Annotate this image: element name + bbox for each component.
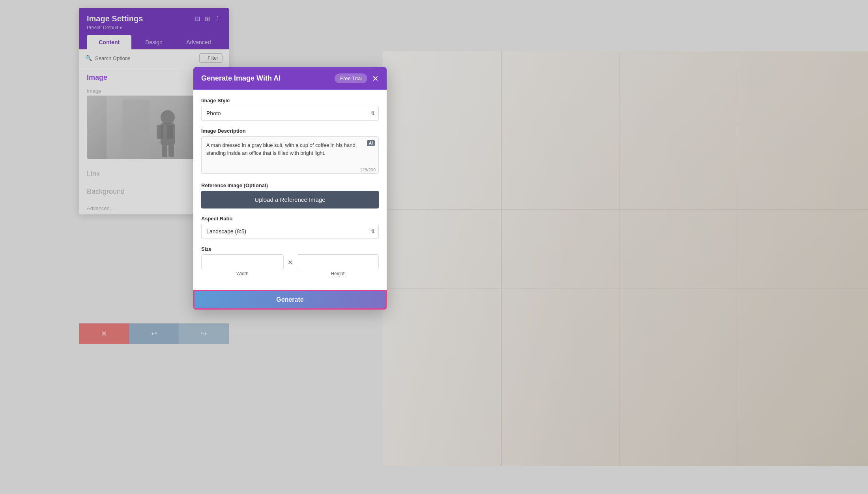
reference-image-field: Reference Image (Optional) Upload a Refe…: [201, 182, 379, 208]
generate-button[interactable]: Generate: [193, 290, 387, 310]
width-label: Width: [201, 271, 284, 276]
modal-body: Image Style Photo Illustration Sketch Pa…: [193, 90, 387, 290]
modal-overlay: [0, 0, 868, 494]
image-style-select-wrapper: Photo Illustration Sketch Painting 3D ⇅: [201, 106, 379, 121]
upload-reference-button[interactable]: Upload a Reference Image: [201, 191, 379, 208]
image-style-select[interactable]: Photo Illustration Sketch Painting 3D: [201, 106, 379, 121]
char-count: 128/200: [360, 167, 376, 172]
reference-image-label: Reference Image (Optional): [201, 182, 379, 188]
modal-header-right: Free Trial ✕: [335, 73, 379, 83]
image-style-field: Image Style Photo Illustration Sketch Pa…: [201, 98, 379, 121]
size-row: 512 Width ✕ 512 Height: [201, 254, 379, 276]
image-description-label: Image Description: [201, 128, 379, 134]
size-label: Size: [201, 246, 379, 252]
size-cross-icon: ✕: [288, 259, 293, 266]
generate-image-modal: Generate Image With AI Free Trial ✕ Imag…: [193, 67, 387, 310]
image-style-label: Image Style: [201, 98, 379, 103]
width-input-group: 512 Width: [201, 254, 284, 276]
height-input[interactable]: 512: [297, 254, 379, 269]
image-description-textarea[interactable]: A man dressed in a gray blue suit, with …: [201, 136, 379, 174]
width-input[interactable]: 512: [201, 254, 284, 269]
aspect-ratio-field: Aspect Ratio Landscape (8:5) Portrait (5…: [201, 216, 379, 239]
height-input-group: 512 Height: [297, 254, 379, 276]
free-trial-badge[interactable]: Free Trial: [335, 73, 367, 83]
modal-header: Generate Image With AI Free Trial ✕: [193, 67, 387, 90]
aspect-ratio-select[interactable]: Landscape (8:5) Portrait (5:8) Square (1…: [201, 224, 379, 239]
modal-title: Generate Image With AI: [201, 74, 281, 83]
image-description-field: Image Description A man dressed in a gra…: [201, 128, 379, 175]
textarea-wrapper: A man dressed in a gray blue suit, with …: [201, 136, 379, 175]
ai-badge: AI: [367, 140, 375, 146]
aspect-ratio-label: Aspect Ratio: [201, 216, 379, 222]
height-label: Height: [297, 271, 379, 276]
modal-close-button[interactable]: ✕: [372, 75, 379, 83]
aspect-ratio-select-wrapper: Landscape (8:5) Portrait (5:8) Square (1…: [201, 224, 379, 239]
size-field: Size 512 Width ✕ 512 Height: [201, 246, 379, 276]
